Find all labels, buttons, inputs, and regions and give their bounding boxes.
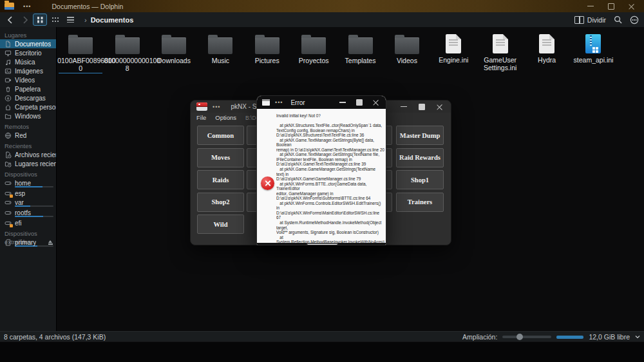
sidebar-item-papelera[interactable]: Papelera (0, 84, 56, 93)
file-label: steam_api.ini (574, 57, 614, 64)
sidebar-item-videos[interactable]: Vídeos (0, 75, 56, 84)
maximize-button[interactable] (608, 3, 614, 10)
back-button[interactable] (4, 14, 15, 26)
hamburger-dots-icon[interactable]: ••• (213, 104, 220, 110)
details-view-button[interactable] (64, 14, 77, 25)
globe-icon (5, 132, 12, 139)
sidebar-item-windows[interactable]: Windows (0, 111, 56, 120)
shop2-button[interactable]: Shop2 (197, 193, 244, 212)
status-summary: 8 carpetas, 4 archivos (147,3 KiB) (4, 333, 106, 341)
file-view: 0100ABF00896800 0 010000000000100 8 Down… (57, 31, 640, 73)
moves-button[interactable]: Moves (197, 148, 244, 167)
minimize-button[interactable] (401, 106, 407, 107)
close-button[interactable] (437, 104, 443, 110)
trash-icon (5, 86, 12, 93)
common-button[interactable]: Common (197, 126, 244, 145)
menu-options[interactable]: Options (215, 114, 236, 121)
file-label: Pictures (255, 57, 279, 65)
close-button[interactable] (373, 99, 379, 106)
error-titlebar[interactable]: ••• Error (257, 96, 386, 109)
raid-rewards-button[interactable]: Raid Rewards (396, 148, 444, 167)
sidebar-item-carpeta-personal[interactable]: Carpeta personal (0, 102, 56, 111)
split-icon (574, 16, 584, 24)
section-header: Remotos (0, 122, 56, 131)
sidebar-item-red[interactable]: Red (0, 131, 56, 140)
compact-view-icon (52, 17, 59, 23)
shop1-button[interactable]: Shop1 (396, 170, 444, 189)
file-item[interactable]: Templates (337, 31, 383, 73)
minimize-button[interactable] (339, 102, 346, 102)
icons-view-icon (37, 17, 43, 23)
file-icon (446, 34, 461, 53)
pknx-button-column-5: Master Dump Raid Rewards Shop1 Trainers (396, 126, 444, 212)
file-item[interactable]: Downloads (151, 31, 197, 73)
sidebar-item-efi[interactable]: efi (0, 218, 56, 227)
eject-icon[interactable] (48, 240, 53, 245)
file-label: Proyectos (299, 57, 329, 65)
sidebar-item-esp[interactable]: esp (0, 189, 56, 198)
file-icon (115, 37, 140, 54)
drive-icon (5, 199, 12, 206)
zoom-slider-handle[interactable] (516, 334, 523, 340)
sidebar-item-descargas[interactable]: Descargas (0, 93, 56, 102)
sidebar-item-documentos[interactable]: Documentos (0, 39, 56, 48)
hamburger-dots-icon[interactable]: ••• (275, 99, 283, 106)
details-view-icon (67, 17, 74, 23)
section-header: Dispositivos (0, 170, 56, 178)
file-item[interactable]: GameUser Settings.ini (477, 31, 524, 73)
drive-icon (5, 180, 12, 187)
file-item[interactable]: 0100ABF00896800 0 (57, 31, 104, 73)
breadcrumb-folder[interactable]: Documentos (91, 16, 134, 24)
raids-button[interactable]: Raids (197, 170, 244, 189)
menu-file[interactable]: File (196, 114, 206, 121)
sidebar-item-archivos-recientes[interactable]: Archivos recientes (0, 150, 56, 159)
master-dump-button[interactable]: Master Dump (396, 126, 444, 145)
forward-button[interactable] (19, 14, 31, 26)
breadcrumb[interactable]: › Documentos (84, 16, 133, 24)
dolphin-titlebar[interactable]: ••• Documentos — Dolphin (0, 0, 644, 12)
split-label: Dividir (587, 16, 606, 24)
file-item[interactable]: steam_api.ini (570, 31, 616, 73)
file-item[interactable]: Engine.ini (430, 31, 477, 73)
sidebar-item-musica[interactable]: Música (0, 57, 56, 66)
error-icon (261, 176, 274, 190)
dolphin-statusbar: 8 carpetas, 4 archivos (147,3 KiB) Ampli… (0, 331, 644, 342)
compact-view-button[interactable] (49, 14, 62, 25)
split-button[interactable]: Dividir (574, 16, 606, 24)
file-item[interactable]: Pictures (244, 31, 290, 73)
file-item[interactable]: Videos (384, 31, 430, 73)
close-button[interactable] (629, 3, 635, 10)
file-item[interactable]: Hydra (524, 31, 570, 73)
dolphin-app-icon (5, 3, 14, 10)
section-header: Dispositivos extraíbles (0, 229, 56, 238)
trainers-button[interactable]: Trainers (396, 193, 444, 212)
search-button[interactable] (614, 15, 622, 24)
folder-icon (5, 113, 12, 120)
icons-view-button[interactable] (33, 14, 47, 26)
file-item[interactable]: 010000000000100 8 (104, 31, 150, 73)
file-label: 010000000000100 8 (104, 57, 151, 72)
sd-card-icon (5, 239, 12, 246)
maximize-button[interactable] (356, 99, 363, 106)
sidebar-item-escritorio[interactable]: Escritorio (0, 48, 56, 57)
zoom-slider[interactable] (502, 336, 551, 338)
file-icon (585, 34, 601, 53)
window-title: Documentos — Dolphin (52, 3, 123, 10)
accept-button[interactable]: Aceptar (307, 243, 337, 245)
file-item[interactable]: Music (197, 31, 243, 73)
sidebar-item-primary[interactable]: primary (0, 238, 56, 247)
window-icon (262, 99, 270, 106)
error-title: Error (290, 99, 305, 106)
drive-icon (5, 209, 12, 216)
hamburger-dots-icon[interactable]: ••• (23, 3, 31, 10)
sidebar-item-lugares-recientes[interactable]: Lugares recientes (0, 159, 56, 168)
file-item[interactable]: Proyectos (290, 31, 337, 73)
file-label: Engine.ini (439, 57, 468, 64)
maximize-button[interactable] (419, 104, 425, 110)
breadcrumb-chevron-icon: › (84, 16, 87, 24)
minimize-button[interactable] (587, 6, 594, 6)
wild-button[interactable]: Wild (197, 214, 244, 234)
sidebar-item-imagenes[interactable]: Imágenes (0, 66, 56, 75)
overflow-menu-button[interactable] (630, 15, 639, 24)
chevron-down-icon[interactable] (635, 334, 640, 339)
